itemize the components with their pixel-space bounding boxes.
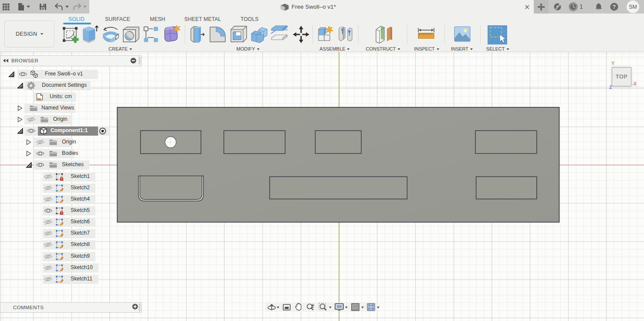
- svg-text:?: ?: [613, 3, 616, 10]
